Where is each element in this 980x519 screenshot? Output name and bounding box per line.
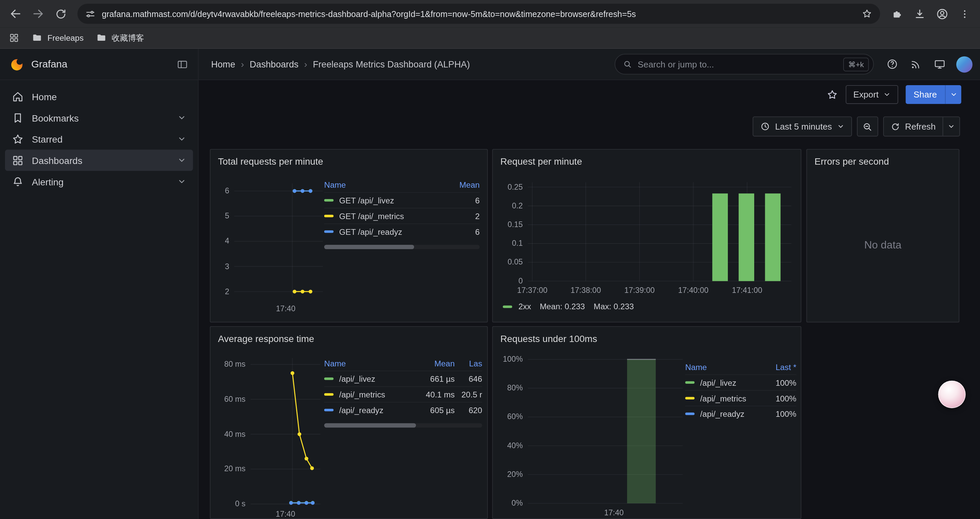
legend-column-mean[interactable]: Mean [415, 358, 455, 368]
chevron-down-icon[interactable] [177, 113, 186, 122]
legend-row: /api/_metrics100% [685, 390, 796, 406]
search-input[interactable]: Search or jump to... ⌘+k [615, 54, 874, 75]
legend-header: NameLast * [685, 359, 796, 374]
series-color-dash [324, 377, 334, 380]
time-controls: Last 5 minutes Refresh [752, 117, 960, 137]
legend-series-name[interactable]: /api/_readyz [324, 406, 415, 415]
legend-scrollbar[interactable] [324, 423, 482, 428]
panel-title[interactable]: Requests under 100ms [493, 327, 800, 344]
monitor-icon[interactable] [929, 53, 950, 75]
bell-icon [12, 176, 24, 188]
legend-series-name[interactable]: /api/_livez [685, 378, 761, 387]
panel-title[interactable]: Average response time [210, 327, 487, 344]
extensions-icon[interactable] [886, 3, 908, 24]
sidebar-item-home[interactable]: Home [5, 86, 193, 107]
reload-icon[interactable] [50, 3, 72, 24]
y-axis-label: 6 [215, 187, 229, 195]
forward-icon[interactable] [27, 3, 49, 24]
legend-row: /api/_readyz605 µs620 [324, 402, 482, 417]
legend-value: 2 [442, 211, 480, 221]
y-axis-label: 20 ms [215, 465, 245, 473]
chevron-down-icon[interactable] [177, 177, 186, 186]
breadcrumb-item[interactable]: Home [211, 59, 235, 69]
site-info-icon[interactable] [85, 8, 96, 19]
refresh-button[interactable]: Refresh [884, 117, 943, 136]
bookmark-item[interactable]: 收藏博客 [96, 32, 144, 44]
bookmark-label: 收藏博客 [112, 32, 144, 44]
download-icon[interactable] [909, 3, 930, 24]
legend-series-name[interactable]: GET /api/_readyz [324, 227, 442, 236]
sidebar-toggle-icon[interactable] [177, 58, 188, 70]
time-range-picker[interactable]: Last 5 minutes [752, 117, 852, 137]
legend-series-name[interactable]: GET /api/_livez [324, 196, 442, 205]
chevron-down-icon[interactable] [177, 156, 186, 164]
apps-grid-icon[interactable] [9, 32, 19, 43]
bar-chart[interactable]: 100%80%60%40%20%0%17:40 [499, 353, 686, 517]
legend-row: /api/_livez100% [685, 374, 796, 390]
application-window: grafana.mathmast.com/d/deytv4rwavabkb/fr… [0, 0, 980, 519]
legend-series-name[interactable]: /api/_metrics [685, 393, 761, 403]
breadcrumb-item[interactable]: Dashboards [250, 59, 298, 69]
legend-series-name[interactable]: GET /api/_metrics [324, 211, 442, 221]
series-max: Max: 0.233 [594, 302, 634, 311]
help-icon[interactable] [881, 53, 903, 75]
share-button[interactable]: Share [905, 85, 961, 104]
series-color-dash [503, 305, 512, 308]
sidebar-item-alerting[interactable]: Alerting [5, 171, 193, 192]
chevron-down-icon[interactable] [177, 134, 186, 143]
y-axis-label: 60% [499, 413, 523, 421]
legend-column-mean[interactable]: Mean [442, 180, 480, 189]
refresh-label: Refresh [905, 121, 935, 132]
panel-average-response-time: Average response time 80 ms60 ms40 ms20 … [210, 326, 488, 519]
timeseries-chart[interactable]: 80 ms60 ms40 ms20 ms0 s17:40 [215, 352, 326, 519]
apps-icon [12, 154, 24, 166]
favorite-star-icon[interactable] [827, 88, 838, 101]
legend-column-las[interactable]: Las [455, 358, 482, 368]
sidebar-item-dashboards[interactable]: Dashboards [5, 150, 193, 171]
legend-row: /api/_readyz100% [685, 406, 796, 422]
share-dropdown-icon[interactable] [945, 85, 961, 104]
legend-column-name[interactable]: Name [324, 358, 415, 368]
sidebar-item-bookmarks[interactable]: Bookmarks [5, 107, 193, 129]
bookmark-star-icon[interactable] [861, 8, 873, 19]
timeseries-chart[interactable]: 6543217:40 [215, 175, 326, 322]
grafana-logo-icon[interactable] [10, 57, 24, 71]
url-bar[interactable]: grafana.mathmast.com/d/deytv4rwavabkb/fr… [77, 4, 880, 24]
legend-series-name[interactable]: /api/_livez [324, 374, 415, 383]
legend-series-name[interactable]: /api/_metrics [324, 390, 415, 399]
legend-row: /api/_livez661 µs646 [324, 371, 482, 386]
y-axis-label: 40% [499, 442, 523, 450]
breadcrumb-item: Freeleaps Metrics Dashboard (ALPHA) [313, 59, 470, 69]
legend-scrollbar[interactable] [324, 245, 480, 249]
bar-chart[interactable]: 0.250.20.150.10.05017:37:0017:38:0017:39… [499, 177, 795, 297]
scrollbar-thumb[interactable] [324, 245, 414, 249]
panel-title[interactable]: Total requests per minute [210, 150, 487, 167]
series-color-dash [324, 409, 334, 411]
zoom-out-button[interactable] [857, 117, 878, 137]
y-axis-label: 0 [499, 277, 523, 285]
bookmark-item[interactable]: Freeleaps [32, 32, 83, 43]
series-color-dash [685, 397, 694, 399]
export-button[interactable]: Export [846, 85, 898, 104]
star-icon [12, 133, 24, 145]
profile-icon[interactable] [931, 3, 953, 24]
panel-title[interactable]: Errors per second [807, 150, 959, 167]
panel-title[interactable]: Request per minute [493, 150, 800, 167]
user-avatar[interactable] [956, 56, 973, 72]
panel-request-per-minute: Request per minute 0.250.20.150.10.05017… [492, 149, 802, 322]
refresh-interval-dropdown[interactable] [943, 117, 960, 136]
series-name[interactable]: 2xx [519, 302, 531, 311]
y-axis-label: 80% [499, 385, 523, 392]
export-label: Export [853, 89, 878, 99]
legend-series-name[interactable]: /api/_readyz [685, 409, 761, 418]
legend-column-name[interactable]: Name [324, 180, 442, 189]
floating-assistant-avatar[interactable] [938, 381, 966, 408]
scrollbar-thumb[interactable] [324, 423, 416, 428]
news-rss-icon[interactable] [905, 53, 926, 75]
legend-column-last-[interactable]: Last * [762, 362, 797, 371]
legend-column-name[interactable]: Name [685, 362, 761, 371]
back-icon[interactable] [5, 3, 26, 24]
browser-menu-icon[interactable] [954, 3, 975, 24]
url-text: grafana.mathmast.com/d/deytv4rwavabkb/fr… [102, 9, 855, 18]
sidebar-item-starred[interactable]: Starred [5, 128, 193, 150]
